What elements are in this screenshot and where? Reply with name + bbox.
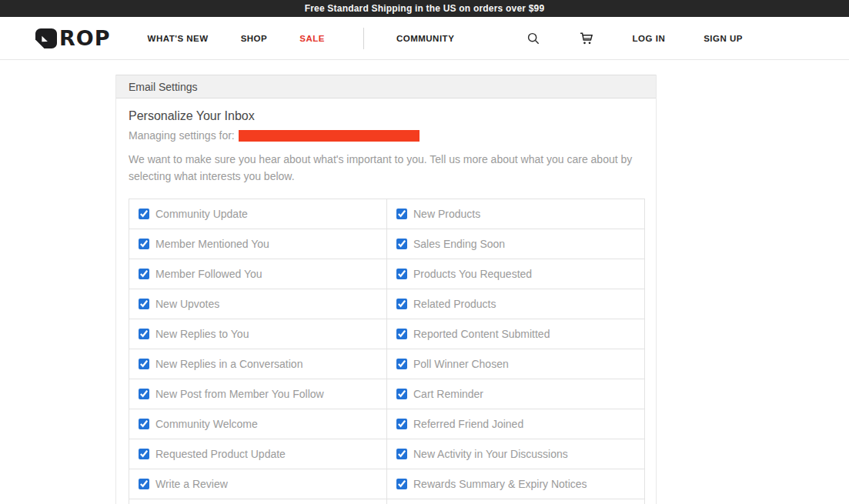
preference-label: Requested Product Update <box>155 448 286 460</box>
preference-option[interactable]: Write a Review <box>139 478 377 490</box>
preference-checkbox[interactable] <box>139 329 149 339</box>
preference-cell <box>387 499 645 504</box>
preference-row: Community WelcomeReferred Friend Joined <box>129 409 645 439</box>
preference-checkbox[interactable] <box>396 419 407 429</box>
login-button[interactable]: LOG IN <box>633 34 666 43</box>
preference-checkbox[interactable] <box>139 239 149 249</box>
announcement-text: Free Standard Shipping in the US on orde… <box>305 3 545 14</box>
preference-row: Member Followed YouProducts You Requeste… <box>129 259 645 289</box>
email-settings-panel: Email Settings Personalize Your Inbox Ma… <box>115 75 657 504</box>
preference-cell: Referred Friend Joined <box>387 409 645 439</box>
preference-cell: New Activity in Your Discussions <box>387 439 645 469</box>
preference-label: New Replies to You <box>155 328 249 340</box>
nav-item-sale[interactable]: SALE <box>299 34 325 43</box>
preference-cell: Member Followed You <box>129 259 387 289</box>
preference-checkbox[interactable] <box>139 209 149 219</box>
preference-cell: Member Mentioned You <box>129 229 387 259</box>
preferences-table-body: Community UpdateNew ProductsMember Menti… <box>129 199 645 504</box>
preference-label: Cart Reminder <box>413 388 483 400</box>
preference-checkbox[interactable] <box>396 359 407 369</box>
preference-option[interactable]: Member Mentioned You <box>139 238 377 250</box>
preference-row: New Replies in a ConversationPoll Winner… <box>129 349 645 379</box>
preference-option[interactable]: Community Welcome <box>139 418 377 430</box>
preference-checkbox[interactable] <box>139 269 149 279</box>
preference-cell: Requested Product Update <box>129 439 387 469</box>
nav-item-whats-new[interactable]: WHAT'S NEW <box>148 34 209 43</box>
preference-option[interactable]: New Post from Member You Follow <box>139 388 377 400</box>
preference-cell: New Replies to You <box>129 319 387 349</box>
preference-option[interactable]: New Upvotes <box>139 298 377 310</box>
search-icon[interactable] <box>526 32 540 45</box>
preference-cell: New Products <box>387 199 645 229</box>
preference-option[interactable]: New Products <box>396 208 635 220</box>
panel-body: Personalize Your Inbox Managing settings… <box>116 98 656 504</box>
redacted-email <box>239 130 419 142</box>
preference-checkbox[interactable] <box>139 449 149 459</box>
preference-checkbox[interactable] <box>139 389 149 399</box>
preference-checkbox[interactable] <box>139 419 149 429</box>
preference-checkbox[interactable] <box>139 359 149 369</box>
preference-option[interactable]: Sales Ending Soon <box>396 238 635 250</box>
preference-label: Products You Requested <box>413 268 532 280</box>
drop-logo[interactable]: ROP <box>35 28 111 49</box>
preference-row: New UpvotesRelated Products <box>129 289 645 319</box>
preference-label: Referred Friend Joined <box>413 418 523 430</box>
preference-option[interactable]: New Activity in Your Discussions <box>396 448 635 460</box>
drop-logo-letters: ROP <box>59 28 111 48</box>
preference-option[interactable]: Member Followed You <box>139 268 377 280</box>
preference-cell: Poll Winner Chosen <box>387 349 645 379</box>
preference-row: Drop Keyboard Club <box>129 499 645 504</box>
preference-label: Related Products <box>413 298 496 310</box>
preference-label: New Activity in Your Discussions <box>413 448 568 460</box>
preference-cell: Cart Reminder <box>387 379 645 409</box>
preference-option[interactable]: Cart Reminder <box>396 388 635 400</box>
preference-row: New Post from Member You FollowCart Remi… <box>129 379 645 409</box>
preference-option[interactable]: Poll Winner Chosen <box>396 358 635 370</box>
preference-cell: New Post from Member You Follow <box>129 379 387 409</box>
nav-item-shop[interactable]: SHOP <box>241 34 268 43</box>
preference-option[interactable]: New Replies to You <box>139 328 377 340</box>
preference-checkbox[interactable] <box>396 239 407 249</box>
preference-label: Member Mentioned You <box>155 238 269 250</box>
preference-checkbox[interactable] <box>396 449 407 459</box>
preference-cell: Drop Keyboard Club <box>129 499 387 504</box>
preference-option[interactable]: Requested Product Update <box>139 448 377 460</box>
nav-divider <box>363 28 364 49</box>
preference-cell: Related Products <box>387 289 645 319</box>
preference-cell: New Replies in a Conversation <box>129 349 387 379</box>
preference-label: Community Update <box>155 208 248 220</box>
preference-checkbox[interactable] <box>396 299 407 309</box>
preference-option[interactable]: Products You Requested <box>396 268 635 280</box>
nav-menu: WHAT'S NEW SHOP SALE COMMUNITY <box>148 28 487 49</box>
preference-checkbox[interactable] <box>396 479 407 489</box>
preference-checkbox[interactable] <box>396 389 407 399</box>
preference-option[interactable]: Reported Content Submitted <box>396 328 635 340</box>
nav-item-community[interactable]: COMMUNITY <box>396 34 454 43</box>
managing-settings-label: Managing settings for: <box>129 129 235 142</box>
main-content: Email Settings Personalize Your Inbox Ma… <box>0 60 849 504</box>
preference-option[interactable]: Related Products <box>396 298 635 310</box>
preference-checkbox[interactable] <box>139 479 149 489</box>
preference-label: Reported Content Submitted <box>413 328 550 340</box>
description-text: We want to make sure you hear about what… <box>129 152 637 185</box>
preference-label: Member Followed You <box>155 268 262 280</box>
preference-row: Requested Product UpdateNew Activity in … <box>129 439 645 469</box>
preference-option[interactable]: Rewards Summary & Expiry Notices <box>396 478 635 490</box>
preference-checkbox[interactable] <box>396 269 407 279</box>
signup-button[interactable]: SIGN UP <box>704 34 743 43</box>
preference-row: Community UpdateNew Products <box>129 199 645 229</box>
top-nav: ROP WHAT'S NEW SHOP SALE COMMUNITY LOG I… <box>0 17 849 60</box>
preference-checkbox[interactable] <box>139 299 149 309</box>
preference-cell: Sales Ending Soon <box>387 229 645 259</box>
preference-cell: Write a Review <box>129 469 387 499</box>
preference-checkbox[interactable] <box>396 209 407 219</box>
cart-icon[interactable] <box>579 31 594 46</box>
preference-label: New Post from Member You Follow <box>155 388 324 400</box>
preference-option[interactable]: New Replies in a Conversation <box>139 358 377 370</box>
preference-option[interactable]: Community Update <box>139 208 377 220</box>
preference-cell: New Upvotes <box>129 289 387 319</box>
preference-option[interactable]: Referred Friend Joined <box>396 418 635 430</box>
preference-label: Sales Ending Soon <box>413 238 505 250</box>
preference-row: Member Mentioned YouSales Ending Soon <box>129 229 645 259</box>
preference-checkbox[interactable] <box>396 329 407 339</box>
